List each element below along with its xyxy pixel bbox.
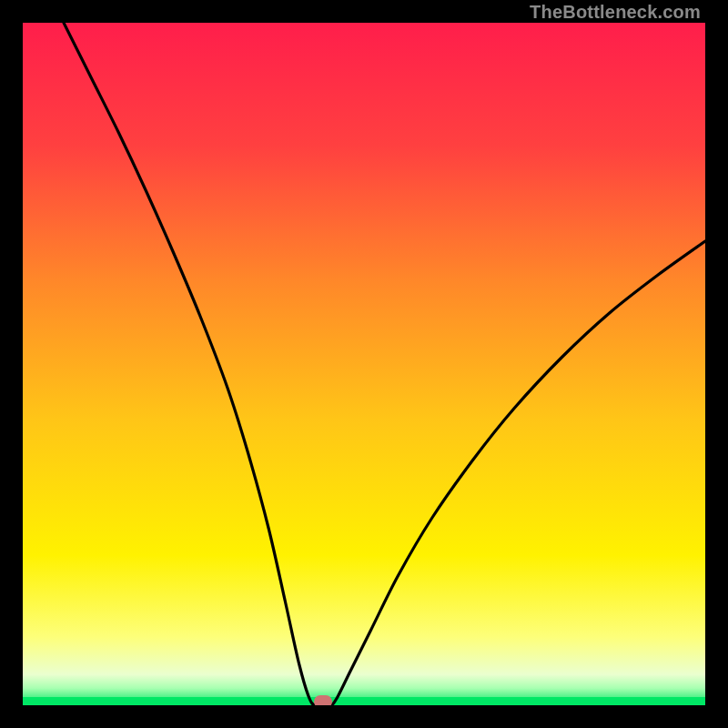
bottleneck-curve — [23, 23, 705, 705]
attribution-text: TheBottleneck.com — [530, 2, 701, 23]
optimum-marker — [314, 695, 332, 705]
plot-area — [23, 23, 705, 705]
chart-frame: TheBottleneck.com — [0, 0, 728, 728]
